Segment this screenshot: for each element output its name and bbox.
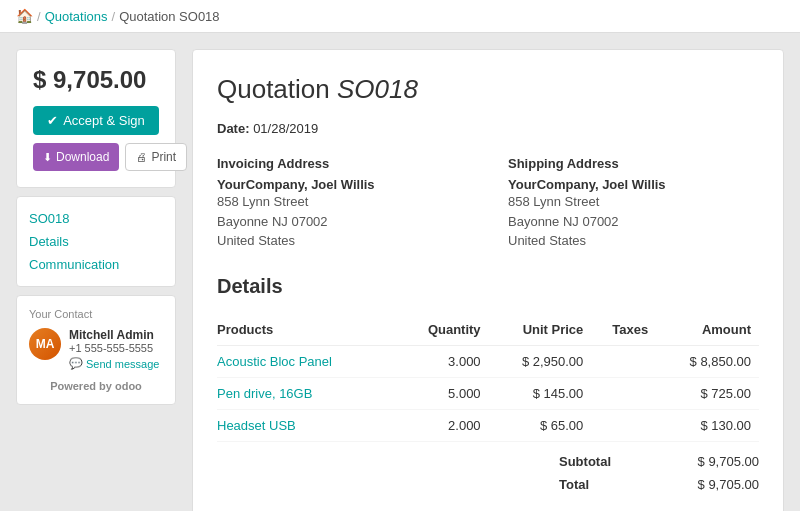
subtotal-label: Subtotal bbox=[559, 454, 659, 469]
total-value: $ 9,705.00 bbox=[659, 477, 759, 492]
product-link-2[interactable]: Headset USB bbox=[217, 418, 296, 433]
table-row: Headset USB 2.000 $ 65.00 $ 130.00 bbox=[217, 409, 759, 441]
product-amount-0: $ 8,850.00 bbox=[656, 345, 759, 377]
price-box: $ 9,705.00 Accept & Sign Download Print bbox=[16, 49, 176, 188]
date-row: Date: 01/28/2019 bbox=[217, 121, 759, 136]
invoicing-name: YourCompany, Joel Willis bbox=[217, 177, 468, 192]
invoicing-country: United States bbox=[217, 231, 468, 251]
check-icon bbox=[47, 113, 58, 128]
sidebar: $ 9,705.00 Accept & Sign Download Print … bbox=[16, 49, 176, 405]
shipping-street: 858 Lynn Street bbox=[508, 192, 759, 212]
contact-box: Your Contact MA Mitchell Admin +1 555-55… bbox=[16, 295, 176, 405]
invoicing-street: 858 Lynn Street bbox=[217, 192, 468, 212]
invoicing-address-title: Invoicing Address bbox=[217, 156, 468, 171]
product-name-2: Headset USB bbox=[217, 409, 399, 441]
product-qty-2: 2.000 bbox=[399, 409, 489, 441]
contact-info: MA Mitchell Admin +1 555-555-5555 Send m… bbox=[29, 328, 163, 370]
avatar: MA bbox=[29, 328, 61, 360]
totals-section: Subtotal $ 9,705.00 Total $ 9,705.00 bbox=[217, 450, 759, 496]
print-icon bbox=[136, 150, 147, 164]
breadcrumb-bar: 🏠 / Quotations / Quotation SO018 bbox=[0, 0, 800, 33]
product-taxes-0 bbox=[591, 345, 656, 377]
col-header-products: Products bbox=[217, 316, 399, 346]
message-icon bbox=[69, 357, 83, 370]
send-message-link[interactable]: Send message bbox=[69, 357, 163, 370]
price-value: $ 9,705.00 bbox=[33, 66, 159, 94]
print-button[interactable]: Print bbox=[125, 143, 187, 171]
contact-phone: +1 555-555-5555 bbox=[69, 342, 163, 354]
table-row: Pen drive, 16GB 5.000 $ 145.00 $ 725.00 bbox=[217, 377, 759, 409]
breadcrumb-sep-1: / bbox=[37, 9, 41, 24]
total-label: Total bbox=[559, 477, 659, 492]
contact-label: Your Contact bbox=[29, 308, 163, 320]
nav-link-communication[interactable]: Communication bbox=[29, 255, 163, 274]
col-header-unit-price: Unit Price bbox=[489, 316, 592, 346]
content-area: Quotation SO018 Date: 01/28/2019 Invoici… bbox=[192, 49, 784, 511]
accept-sign-button-sidebar[interactable]: Accept & Sign bbox=[33, 106, 159, 135]
product-price-0: $ 2,950.00 bbox=[489, 345, 592, 377]
quotation-title: Quotation SO018 bbox=[217, 74, 759, 105]
product-name-0: Acoustic Bloc Panel bbox=[217, 345, 399, 377]
product-link-0[interactable]: Acoustic Bloc Panel bbox=[217, 354, 332, 369]
powered-by: Powered by odoo bbox=[29, 380, 163, 392]
product-taxes-1 bbox=[591, 377, 656, 409]
contact-name: Mitchell Admin bbox=[69, 328, 163, 342]
breadcrumb-current: Quotation SO018 bbox=[119, 9, 219, 24]
total-row: Total $ 9,705.00 bbox=[217, 473, 759, 496]
shipping-name: YourCompany, Joel Willis bbox=[508, 177, 759, 192]
product-amount-2: $ 130.00 bbox=[656, 409, 759, 441]
addresses: Invoicing Address YourCompany, Joel Will… bbox=[217, 156, 759, 251]
product-name-1: Pen drive, 16GB bbox=[217, 377, 399, 409]
nav-link-details[interactable]: Details bbox=[29, 232, 163, 251]
table-row: Acoustic Bloc Panel 3.000 $ 2,950.00 $ 8… bbox=[217, 345, 759, 377]
nav-links: SO018 Details Communication bbox=[16, 196, 176, 287]
shipping-country: United States bbox=[508, 231, 759, 251]
nav-link-so018[interactable]: SO018 bbox=[29, 209, 163, 228]
download-button[interactable]: Download bbox=[33, 143, 119, 171]
product-price-1: $ 145.00 bbox=[489, 377, 592, 409]
download-print-row: Download Print bbox=[33, 143, 159, 171]
main-container: $ 9,705.00 Accept & Sign Download Print … bbox=[0, 33, 800, 511]
product-price-2: $ 65.00 bbox=[489, 409, 592, 441]
download-icon bbox=[43, 150, 52, 164]
col-header-taxes: Taxes bbox=[591, 316, 656, 346]
invoicing-city: Bayonne NJ 07002 bbox=[217, 212, 468, 232]
product-qty-1: 5.000 bbox=[399, 377, 489, 409]
breadcrumb-quotations-link[interactable]: Quotations bbox=[45, 9, 108, 24]
subtotal-row: Subtotal $ 9,705.00 bbox=[217, 450, 759, 473]
invoicing-address: Invoicing Address YourCompany, Joel Will… bbox=[217, 156, 468, 251]
product-qty-0: 3.000 bbox=[399, 345, 489, 377]
shipping-city: Bayonne NJ 07002 bbox=[508, 212, 759, 232]
home-icon[interactable]: 🏠 bbox=[16, 8, 33, 24]
product-amount-1: $ 725.00 bbox=[656, 377, 759, 409]
subtotal-value: $ 9,705.00 bbox=[659, 454, 759, 469]
products-table: Products Quantity Unit Price Taxes Amoun… bbox=[217, 316, 759, 442]
details-section-title: Details bbox=[217, 275, 759, 304]
col-header-amount: Amount bbox=[656, 316, 759, 346]
product-link-1[interactable]: Pen drive, 16GB bbox=[217, 386, 312, 401]
breadcrumb-sep-2: / bbox=[112, 9, 116, 24]
shipping-address-title: Shipping Address bbox=[508, 156, 759, 171]
contact-details: Mitchell Admin +1 555-555-5555 Send mess… bbox=[69, 328, 163, 370]
product-taxes-2 bbox=[591, 409, 656, 441]
col-header-quantity: Quantity bbox=[399, 316, 489, 346]
shipping-address: Shipping Address YourCompany, Joel Willi… bbox=[508, 156, 759, 251]
